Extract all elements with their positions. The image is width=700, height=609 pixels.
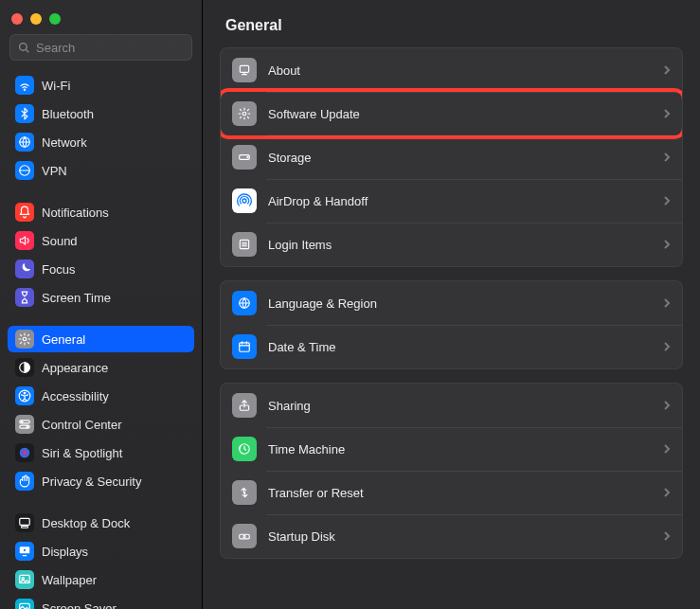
panel-item-language[interactable]: Language & Region [221,281,682,325]
transfer-icon [232,480,257,505]
svg-point-38 [243,535,245,537]
chevron-right-icon [663,443,671,455]
gear-icon [232,101,257,126]
search-field[interactable] [9,34,192,61]
calendar-icon [232,334,257,359]
panel-item-label: Transfer or Reset [268,486,652,500]
sidebar-item-screentime[interactable]: Screen Time [8,284,194,311]
sidebar: Wi-FiBluetoothNetworkVPNNotificationsSou… [0,0,203,609]
sidebar-item-label: Wallpaper [42,573,97,587]
sidebar-item-label: Accessibility [42,389,109,403]
sidebar-item-label: Notifications [42,206,109,220]
sidebar-item-label: General [42,332,85,347]
search-icon [18,42,30,54]
panel-item-loginitems[interactable]: Login Items [221,223,682,266]
moon-icon [15,260,34,278]
hourglass-icon [15,288,34,307]
svg-point-11 [21,421,23,423]
sidebar-item-label: Displays [42,545,88,559]
svg-point-22 [242,112,246,116]
svg-rect-15 [22,527,28,528]
chevron-right-icon [663,400,671,411]
panel-item-datetime[interactable]: Date & Time [221,325,682,368]
sidebar-item-bluetooth[interactable]: Bluetooth [8,100,194,127]
sidebar-item-general[interactable]: General [8,326,194,352]
gear-icon [15,330,34,349]
sidebar-item-wallpaper[interactable]: Wallpaper [8,566,194,593]
sidebar-item-label: Siri & Spotlight [42,446,122,460]
panel-item-startupdisk[interactable]: Startup Disk [221,514,682,558]
chevron-right-icon [663,530,671,542]
sidebar-item-displays[interactable]: Displays [8,538,194,564]
search-input[interactable] [36,41,195,55]
sidebar-item-screensaver[interactable]: Screen Saver [8,595,194,609]
sidebar-item-privacy[interactable]: Privacy & Security [8,468,194,494]
sidebar-item-label: VPN [42,164,67,178]
panel-item-label: Sharing [268,399,652,413]
sidebar-item-label: Screen Saver [42,601,117,610]
panel-item-label: Software Update [268,107,652,121]
displays-icon [15,542,34,561]
panel-item-label: Date & Time [268,340,652,354]
panel-group: SharingTime MachineTransfer or ResetStar… [220,383,683,559]
disk-icon [232,145,257,170]
main-pane: General AboutSoftware UpdateStorageAirDr… [203,0,700,609]
sidebar-item-appearance[interactable]: Appearance [8,354,194,381]
sidebar-item-label: Wi-Fi [42,79,70,93]
panel-item-label: AirDrop & Handoff [268,194,652,208]
panel-item-label: Language & Region [268,296,652,311]
switches-icon [15,415,34,434]
panel-list: AboutSoftware UpdateStorageAirDrop & Han… [203,47,700,589]
bell-icon [15,203,34,222]
sidebar-item-accessibility[interactable]: Accessibility [8,383,194,409]
settings-window: Wi-FiBluetoothNetworkVPNNotificationsSou… [0,0,700,609]
traffic-lights [0,8,202,34]
panel-item-label: Time Machine [268,442,652,457]
sidebar-item-network[interactable]: Network [8,129,194,155]
search-container [0,34,202,70]
sidebar-item-label: Network [42,135,87,150]
panel-item-label: Startup Disk [268,529,652,544]
panel-item-softwareupdate[interactable]: Software Update [221,92,682,135]
svg-point-24 [247,156,248,157]
minimize-window-button[interactable] [30,13,42,25]
sidebar-item-label: Focus [42,262,75,277]
sidebar-item-sound[interactable]: Sound [8,227,194,254]
svg-rect-14 [20,518,30,525]
startup-icon [232,524,257,548]
chevron-right-icon [663,152,671,163]
wifi-icon [15,76,34,95]
sidebar-item-controlcenter[interactable]: Control Center [8,411,194,438]
siri-icon [15,443,34,462]
sidebar-item-label: Bluetooth [42,107,94,121]
wallpaper-icon [15,570,34,589]
close-window-button[interactable] [11,13,23,25]
sidebar-item-vpn[interactable]: VPN [8,157,194,184]
list-icon [232,232,257,257]
sidebar-item-label: Sound [42,234,78,248]
sidebar-item-desktopdock[interactable]: Desktop & Dock [8,510,194,536]
chevron-right-icon [663,239,671,250]
chevron-right-icon [663,108,671,119]
panel-item-airdrop[interactable]: AirDrop & Handoff [221,179,682,223]
panel-item-sharing[interactable]: Sharing [221,384,682,427]
sidebar-item-notifications[interactable]: Notifications [8,199,194,225]
panel-item-about[interactable]: About [221,48,682,92]
sidebar-item-focus[interactable]: Focus [8,256,194,282]
panel-item-storage[interactable]: Storage [221,135,682,179]
panel-item-label: Storage [268,151,652,165]
svg-point-2 [24,89,25,90]
svg-point-0 [20,43,27,50]
zoom-window-button[interactable] [49,13,61,25]
panel-item-timemachine[interactable]: Time Machine [221,427,682,471]
chevron-right-icon [663,64,671,76]
svg-rect-31 [240,343,250,351]
svg-point-5 [23,337,27,341]
sidebar-item-wifi[interactable]: Wi-Fi [8,72,194,99]
globe-icon [232,291,257,315]
sidebar-item-siri[interactable]: Siri & Spotlight [8,439,194,466]
chevron-right-icon [663,487,671,498]
sidebar-item-label: Control Center [42,418,122,432]
panel-item-transfer[interactable]: Transfer or Reset [221,471,682,514]
hand-icon [15,472,34,491]
